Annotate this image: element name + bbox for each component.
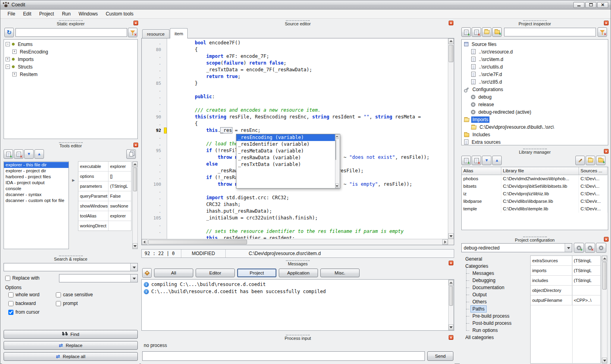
scroll-up-icon[interactable] [448, 38, 454, 44]
message-filter-button[interactable]: Application [279, 269, 318, 277]
panel-grip[interactable] [286, 260, 310, 261]
tree-row[interactable]: ..\src\z85.d [462, 78, 608, 86]
tree-row[interactable]: ..\src\e7F.d [462, 71, 608, 78]
category-item[interactable]: Messages [461, 270, 522, 277]
column-header[interactable]: Alias [462, 167, 501, 175]
tree-row[interactable]: −Enums [4, 40, 137, 48]
clone-tool-button[interactable] [126, 149, 136, 159]
move-tool-up-button[interactable]: ▲ [34, 149, 44, 159]
checkbox[interactable] [56, 301, 61, 306]
replace-button[interactable]: ⇄Replace [4, 341, 138, 350]
property-row[interactable]: objectDirectory [531, 286, 600, 295]
option-backward[interactable]: backward [8, 301, 55, 306]
add-folder-button[interactable] [492, 27, 502, 37]
tool-item[interactable]: explorer - this file dir [4, 162, 69, 168]
category-item[interactable]: Pre-build process [461, 313, 522, 320]
scroll-down-icon[interactable] [448, 233, 454, 239]
add-tool-button[interactable] [4, 149, 13, 159]
scroll-down-icon[interactable] [335, 183, 339, 188]
property-row[interactable]: executableexplorer [78, 162, 131, 172]
move-tool-down-button[interactable]: ▼ [24, 149, 34, 159]
add-config-button[interactable] [574, 243, 584, 253]
panel-close-icon[interactable]: × [604, 237, 609, 242]
tree-row[interactable]: ..\src\utils.d [462, 63, 608, 71]
edit-alias-button[interactable] [575, 156, 585, 165]
completion-item[interactable]: _resIdentifier (variable) [236, 141, 335, 148]
tree-row[interactable]: +ResItem [4, 71, 137, 78]
property-value[interactable]: False [108, 191, 131, 201]
replace-with-checkbox[interactable]: Replace with [5, 275, 40, 281]
panel-close-icon[interactable]: × [449, 335, 453, 340]
category-item[interactable]: Documentation [461, 284, 522, 291]
property-value[interactable]: [] [108, 172, 131, 181]
scroll-up-icon[interactable] [133, 162, 137, 167]
tree-row[interactable]: debug-redirected (active) [462, 108, 608, 116]
scroll-left-icon[interactable] [142, 239, 147, 245]
tree-row[interactable]: C:\Dev\dproj\resource.d\build\..\src\ [462, 123, 608, 131]
replace-all-button[interactable]: ⇄Replace all [4, 352, 138, 361]
scroll-up-icon[interactable] [449, 280, 453, 286]
category-item[interactable]: Run options [461, 327, 522, 334]
remove-library-button[interactable] [472, 156, 481, 165]
tools-scrollbar[interactable] [132, 161, 138, 249]
property-value[interactable]: (TStringL [108, 181, 131, 191]
tree-row[interactable]: +ResEncoding [4, 48, 137, 55]
symbol-search-input[interactable] [15, 28, 127, 37]
category-item[interactable]: Others [461, 298, 522, 305]
tree-row[interactable]: +Imports [4, 55, 137, 63]
editor-hscrollbar[interactable] [142, 239, 448, 245]
checkbox[interactable] [5, 276, 10, 281]
option-whole-word[interactable]: whole word [8, 292, 55, 297]
filter-clear-button[interactable] [128, 28, 137, 37]
property-row[interactable]: options[] [78, 172, 131, 181]
add-source-button[interactable] [461, 27, 471, 37]
chevron-down-icon[interactable] [130, 274, 137, 282]
project-filter-button[interactable] [598, 27, 607, 37]
send-button[interactable]: Send [427, 351, 453, 361]
property-value[interactable] [572, 286, 600, 295]
property-value[interactable]: explorer [108, 211, 131, 221]
tool-item[interactable]: harbored - project files [4, 174, 69, 180]
panel-grip[interactable] [59, 142, 83, 143]
category-item[interactable]: Output [461, 291, 522, 298]
table-row[interactable]: templeC:\Dev\dlibs\temple.libC:\Dev\r... [462, 205, 608, 213]
menu-item[interactable]: File [4, 10, 19, 18]
menu-item[interactable]: Project [35, 10, 58, 18]
move-library-up-button[interactable]: ▲ [492, 156, 502, 165]
tree-row[interactable]: release [462, 101, 608, 108]
move-library-down-button[interactable]: ▼ [482, 156, 491, 165]
panel-close-icon[interactable]: × [449, 21, 453, 25]
delete-config-button[interactable] [585, 243, 595, 253]
panel-close-icon[interactable]: × [449, 261, 453, 265]
titlebar[interactable]: Coedit ✕ [0, 0, 611, 10]
panel-grip[interactable] [286, 20, 310, 21]
add-library-button[interactable] [461, 156, 471, 165]
panel-grip[interactable] [523, 20, 547, 21]
replace-combo[interactable] [59, 274, 138, 282]
checkbox[interactable] [56, 292, 61, 297]
panel-grip[interactable] [286, 335, 310, 335]
message-item[interactable]: icompiling C:\...\build\resource.d.coedi… [142, 281, 454, 288]
tree-row[interactable]: Imports [462, 116, 608, 123]
menu-item[interactable]: Windows [74, 10, 102, 18]
panel-grip[interactable] [59, 255, 83, 256]
property-row[interactable]: outputFilename<CPP>..\ [531, 295, 600, 305]
tree-row[interactable]: Includes [462, 131, 608, 138]
property-value[interactable]: (TStringL [572, 256, 600, 265]
config-scrollbar[interactable] [601, 255, 607, 364]
completion-item[interactable]: _resEncoding (variable) [236, 134, 335, 141]
completion-item[interactable]: _resMetaData (variable) [236, 148, 335, 154]
panel-grip[interactable] [523, 236, 547, 237]
panel-close-icon[interactable]: × [604, 21, 609, 25]
remove-tool-button[interactable] [14, 149, 23, 159]
find-button[interactable]: Find [4, 330, 138, 339]
message-filter-button[interactable]: Project [237, 269, 276, 277]
category-item[interactable]: Categories [461, 263, 522, 270]
minimize-button[interactable] [573, 2, 584, 8]
scroll-down-icon[interactable] [602, 358, 607, 363]
message-item[interactable]: iC:\...\build\resource.d.coedit has been… [142, 288, 454, 295]
panel-close-icon[interactable]: × [604, 149, 609, 154]
panel-close-icon[interactable]: × [133, 21, 138, 25]
column-header[interactable]: Library file [501, 167, 579, 175]
table-row[interactable]: izC:\Dev\dproj\iz\lib\iz.libC:\Dev\... [462, 190, 608, 198]
